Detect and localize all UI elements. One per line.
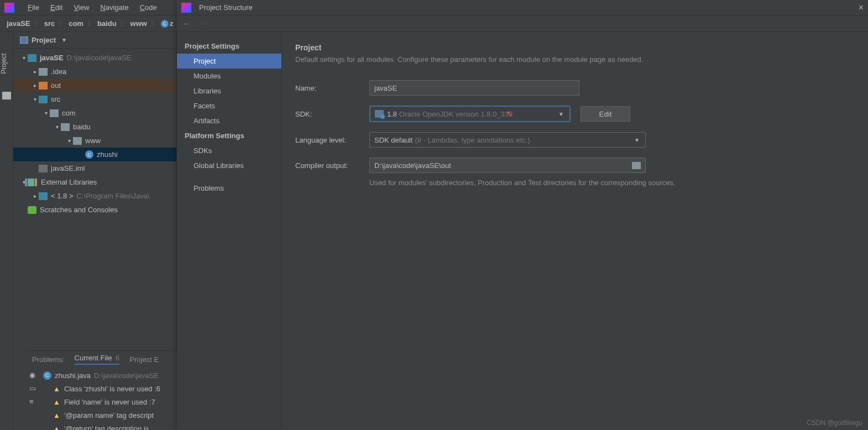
layout-icon[interactable]: ▭ <box>29 384 38 392</box>
project-structure-dialog: Project Structure × ← → Project Settings… <box>177 0 868 430</box>
sdk-select[interactable]: 1.8 Oracle OpenJDK version 1.8.0_333 ↖ ▼ <box>369 106 571 122</box>
compiler-output-input[interactable]: D:\java\code\javaSE\out <box>369 158 646 173</box>
annotation-arrow-icon: ↖ <box>506 109 513 118</box>
sidebar-item-artifacts[interactable]: Artifacts <box>177 113 281 128</box>
eye-icon[interactable]: ◉ <box>29 371 38 379</box>
chevron-down-icon: ▼ <box>634 137 640 143</box>
warning-icon: ▲ <box>53 385 61 392</box>
edit-button[interactable]: Edit <box>581 106 630 122</box>
expand-arrow-icon[interactable]: ▾ <box>31 96 39 102</box>
warning-icon: ▲ <box>53 398 61 406</box>
language-level-select[interactable]: SDK default (8 - Lambdas, type annotatio… <box>369 132 646 148</box>
problems-tabs: Problems: Current File 6 Project E <box>27 351 190 368</box>
expand-arrow-icon[interactable]: ▸ <box>31 193 39 199</box>
expand-arrow-icon[interactable]: ▾ <box>20 55 28 61</box>
tree-label: zhushi <box>97 150 118 159</box>
sidebar-item-global-libraries[interactable]: Global Libraries <box>177 158 281 173</box>
tree-out[interactable]: ▸ out <box>13 78 176 92</box>
tree-extlib[interactable]: ▾ External Libraries <box>13 175 176 189</box>
tree-root[interactable]: ▾ javaSE D:\java\code\javaSE <box>13 51 176 65</box>
crumb-4[interactable]: www <box>130 19 147 28</box>
tree-idea[interactable]: ▸ .idea <box>13 65 176 78</box>
compiler-path: D:\java\code\javaSE\out <box>374 161 451 170</box>
tree-www[interactable]: ▾ www <box>13 134 176 148</box>
warning-icon: ▲ <box>53 424 61 430</box>
sidebar-item-project[interactable]: Project <box>177 54 281 69</box>
problem-text: '@return' tag description is <box>64 424 149 431</box>
dialog-body: Project Settings Project Modules Librari… <box>177 32 868 430</box>
tree-com[interactable]: ▾ com <box>13 106 176 120</box>
sdk-version: 1.8 <box>387 110 397 118</box>
tree-label: javaSE.iml <box>51 164 85 172</box>
expand-arrow-icon[interactable]: ▾ <box>53 124 61 130</box>
module-icon <box>28 54 36 62</box>
crumb-3[interactable]: baidu <box>97 19 117 28</box>
menu-edit[interactable]: Edit <box>45 3 68 12</box>
sidebar-item-sdks[interactable]: SDKs <box>177 143 281 158</box>
lang-detail: (8 - Lambdas, type annotations etc.) <box>415 136 530 144</box>
problems-list: C zhushi.java D:\java\code\javaSE ▲ Clas… <box>43 368 190 430</box>
tree-zhushi[interactable]: C zhushi <box>13 148 176 161</box>
file-icon <box>39 165 48 172</box>
expand-arrow-icon[interactable]: ▾ <box>42 110 50 116</box>
sidebar-item-facets[interactable]: Facets <box>177 98 281 113</box>
tool-tab-project[interactable]: Project <box>0 53 8 74</box>
expand-arrow-icon[interactable]: ▸ <box>31 69 39 75</box>
folder-icon[interactable] <box>2 92 11 99</box>
tree-label: .idea <box>51 67 66 76</box>
problems-panel: Problems: Current File 6 Project E ◉ ▭ ≡… <box>27 350 190 430</box>
expand-arrow-icon[interactable]: ▾ <box>65 138 73 144</box>
sdk-folder-icon <box>375 110 384 118</box>
tree-src[interactable]: ▾ src <box>13 92 176 106</box>
problem-file-row[interactable]: C zhushi.java D:\java\code\javaSE <box>43 369 190 382</box>
crumb-1[interactable]: src <box>44 19 55 28</box>
menu-view[interactable]: View <box>68 3 95 12</box>
menu-code[interactable]: Code <box>134 3 163 12</box>
problem-file-name: zhushi.java <box>55 371 91 380</box>
tree-scratches[interactable]: Scratches and Consoles <box>13 203 176 217</box>
problem-item[interactable]: ▲ Class 'zhushi' is never used :6 <box>43 382 190 395</box>
tree-jdk[interactable]: ▸ < 1.8 > C:\Program Files\Java\ <box>13 189 176 203</box>
problem-text: Field 'name' is never used :7 <box>64 398 155 406</box>
crumb-5[interactable]: z <box>170 19 174 28</box>
problem-item[interactable]: ▲ '@param name' tag descript <box>43 408 190 422</box>
sidebar-item-problems[interactable]: Problems <box>177 181 281 196</box>
problem-text: '@param name' tag descript <box>64 411 154 419</box>
close-icon[interactable]: × <box>859 3 864 13</box>
chevron-down-icon[interactable]: ▼ <box>61 37 67 43</box>
tab-current-file[interactable]: Current File 6 <box>75 354 120 365</box>
settings-icon[interactable]: ≡ <box>29 397 38 405</box>
problem-item[interactable]: ▲ '@return' tag description is <box>43 422 190 430</box>
folder-icon <box>39 96 48 103</box>
tree-baidu[interactable]: ▾ baidu <box>13 120 176 134</box>
dialog-nav: ← → <box>177 15 868 32</box>
name-input[interactable] <box>369 80 579 96</box>
sidebar-item-modules[interactable]: Modules <box>177 69 281 83</box>
tree-label: out <box>51 81 61 90</box>
class-icon: C <box>161 20 169 28</box>
menu-file[interactable]: File <box>22 3 45 12</box>
browse-folder-icon[interactable] <box>632 162 641 169</box>
back-icon[interactable]: ← <box>182 19 191 29</box>
sidebar-item-libraries[interactable]: Libraries <box>177 83 281 98</box>
tab-project-errors[interactable]: Project E <box>129 355 159 364</box>
crumb-0[interactable]: javaSE <box>7 19 30 28</box>
form-row-sdk: SDK: 1.8 Oracle OpenJDK version 1.8.0_33… <box>295 106 855 122</box>
scratch-icon <box>28 206 36 214</box>
project-panel-title[interactable]: Project <box>32 36 56 44</box>
folder-icon <box>73 137 82 145</box>
forward-icon[interactable]: → <box>199 19 208 29</box>
form-row-lang: Language level: SDK default (8 - Lambdas… <box>295 132 855 148</box>
tab-problems[interactable]: Problems: <box>32 355 65 364</box>
name-label: Name: <box>295 84 369 92</box>
library-icon <box>28 179 34 186</box>
crumb-2[interactable]: com <box>69 19 83 28</box>
problem-item[interactable]: ▲ Field 'name' is never used :7 <box>43 395 190 408</box>
tree-label: Scratches and Consoles <box>40 206 118 214</box>
left-tool-strip: Project <box>0 32 13 430</box>
expand-arrow-icon[interactable]: ▸ <box>31 82 39 88</box>
chevron-down-icon: ▼ <box>558 111 564 117</box>
menu-navigate[interactable]: Navigate <box>95 3 134 12</box>
tree-iml[interactable]: javaSE.iml <box>13 161 176 175</box>
content-desc: Default settings for all modules. Config… <box>295 55 855 64</box>
